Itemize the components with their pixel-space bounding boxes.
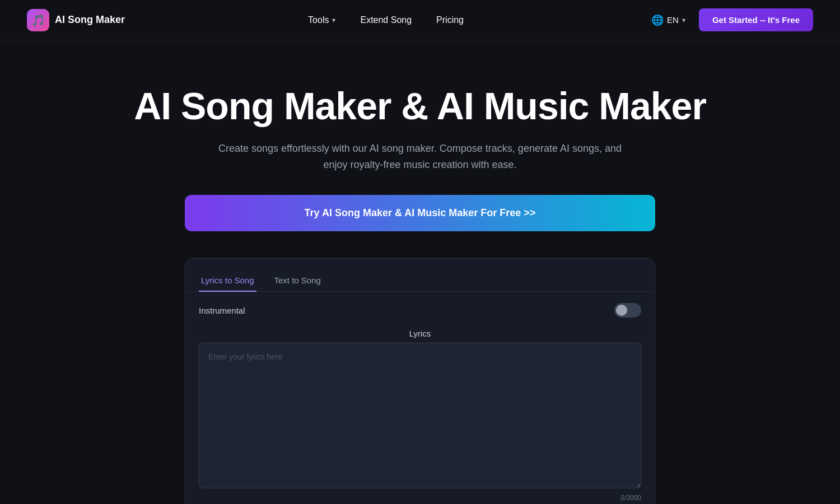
- form-body: Instrumental Lyrics 0/3000 🔀 Random Lyri…: [185, 303, 655, 504]
- try-cta-button[interactable]: Try AI Song Maker & AI Music Maker For F…: [185, 195, 655, 231]
- brand-logo-area[interactable]: 🎵 AI Song Maker: [27, 9, 125, 31]
- lyrics-textarea[interactable]: [199, 343, 641, 488]
- toggle-thumb: [616, 305, 627, 316]
- tab-bar: Lyrics to Song Text to Song: [185, 259, 655, 292]
- hero-subtitle: Create songs effortlessly with our AI so…: [207, 141, 633, 173]
- lyrics-label: Lyrics: [199, 329, 641, 338]
- language-selector[interactable]: 🌐 EN ▾: [647, 11, 690, 30]
- nav-extend-song-label: Extend Song: [360, 15, 412, 25]
- nav-pricing[interactable]: Pricing: [434, 11, 466, 30]
- nav-tools-label: Tools: [308, 15, 329, 25]
- main-card: Lyrics to Song Text to Song Instrumental…: [185, 258, 655, 504]
- nav-extend-song[interactable]: Extend Song: [358, 11, 414, 30]
- brand-name: AI Song Maker: [55, 14, 125, 26]
- hero-section: AI Song Maker & AI Music Maker Create so…: [0, 40, 840, 504]
- navbar: 🎵 AI Song Maker Tools ▾ Extend Song Pric…: [0, 0, 840, 40]
- globe-icon: 🌐: [651, 14, 664, 26]
- hero-title: AI Song Maker & AI Music Maker: [27, 85, 813, 127]
- instrumental-toggle[interactable]: [614, 303, 641, 318]
- tab-lyrics-to-song[interactable]: Lyrics to Song: [199, 270, 256, 292]
- get-started-button[interactable]: Get Started -- It's Free: [699, 8, 813, 31]
- language-label: EN: [667, 15, 679, 25]
- chevron-down-icon: ▾: [682, 16, 685, 24]
- tab-text-to-song[interactable]: Text to Song: [272, 270, 323, 292]
- instrumental-row: Instrumental: [199, 303, 641, 318]
- nav-tools[interactable]: Tools ▾: [306, 11, 338, 30]
- char-count: 0/3000: [199, 494, 641, 502]
- navbar-center: Tools ▾ Extend Song Pricing: [306, 11, 466, 30]
- brand-logo-icon: 🎵: [27, 9, 49, 31]
- instrumental-label: Instrumental: [199, 306, 245, 315]
- nav-pricing-label: Pricing: [436, 15, 464, 25]
- chevron-down-icon: ▾: [332, 16, 335, 24]
- navbar-right: 🌐 EN ▾ Get Started -- It's Free: [647, 8, 813, 31]
